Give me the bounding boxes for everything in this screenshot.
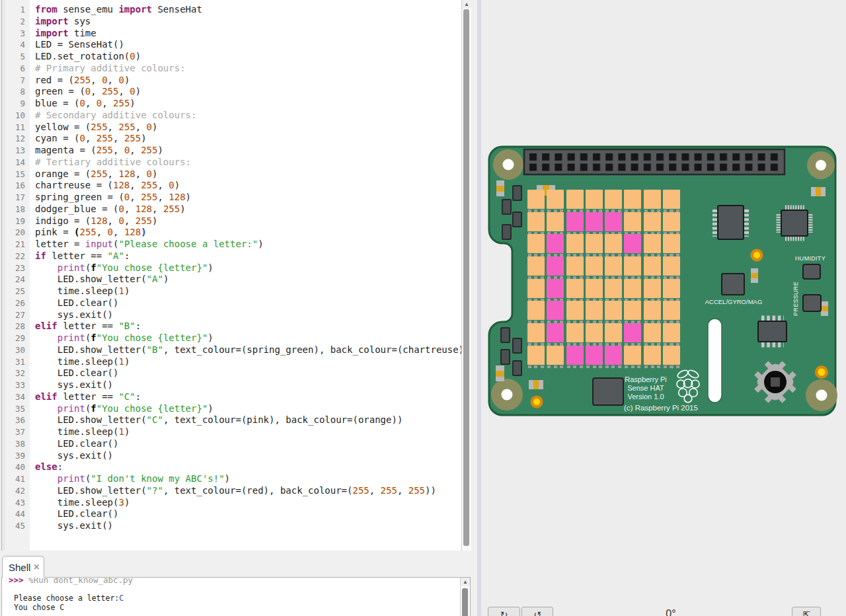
led-pixel-off — [663, 212, 680, 231]
code-line[interactable]: print("I don't know my ABC's!") — [35, 473, 461, 485]
code-line[interactable]: LED.show_letter("?", text_colour=(red), … — [35, 485, 461, 497]
editor-scrollbar[interactable]: ▲ — [461, 0, 471, 551]
line-number: 29 — [5, 332, 25, 344]
led-pixel-off — [566, 234, 584, 253]
code-line[interactable]: # Tertiary additive colours: — [35, 157, 461, 169]
code-line[interactable]: pink = (255, 0, 128) — [35, 227, 461, 239]
led-pixel-off — [624, 256, 641, 276]
code-line[interactable]: letter = input("Please choose a letter:"… — [35, 239, 461, 250]
led-pixel-off — [566, 323, 584, 342]
code-line[interactable]: else: — [35, 461, 461, 473]
code-line[interactable]: spring_green = (0, 255, 128) — [35, 192, 461, 204]
line-number: 7 — [5, 75, 25, 87]
code-text-area[interactable]: from sense_emu import SenseHatimport sys… — [30, 0, 461, 551]
line-number-gutter: 1234567891011121314151617181920212223242… — [5, 0, 30, 551]
code-line[interactable]: LED.clear() — [35, 508, 461, 520]
led-pixel-off — [566, 190, 584, 209]
led-pixel-off — [624, 301, 641, 320]
line-number: 44 — [5, 508, 25, 520]
shell-line — [9, 586, 460, 594]
code-line[interactable]: # Secondary additive colours: — [35, 110, 461, 122]
shell-output[interactable]: >>> %Run dont_know_abc.pyPlease choose a… — [1, 577, 471, 616]
code-line[interactable]: magenta = (255, 0, 255) — [35, 145, 461, 157]
rotate-left-button[interactable]: ↻ — [488, 607, 520, 616]
line-number: 40 — [5, 461, 25, 473]
code-line[interactable]: LED.show_letter("B", text_colour=(spring… — [35, 344, 461, 356]
code-line[interactable]: import sys — [35, 16, 461, 28]
code-line[interactable]: time.sleep(1) — [35, 426, 461, 438]
code-line[interactable]: sys.exit() — [35, 309, 461, 321]
line-number: 15 — [5, 169, 25, 180]
screen-corner-button[interactable]: ⇱ — [792, 607, 821, 616]
scroll-up-icon[interactable]: ▲ — [461, 578, 470, 586]
line-number: 18 — [5, 204, 25, 215]
led-pixel-off — [663, 190, 680, 209]
code-line[interactable]: print(f"You chose {letter}") — [35, 262, 461, 274]
led-pixel-off — [663, 346, 680, 365]
code-line[interactable]: elif letter == "B": — [35, 321, 461, 332]
code-line[interactable]: sys.exit() — [35, 450, 461, 462]
code-line[interactable]: print(f"You chose {letter}") — [35, 403, 461, 415]
close-icon[interactable]: ✕ — [33, 562, 40, 572]
code-line[interactable]: orange = (255, 128, 0) — [35, 169, 461, 180]
code-line[interactable]: green = (0, 255, 0) — [35, 86, 461, 98]
code-line[interactable]: time.sleep(1) — [35, 356, 461, 368]
line-number: 28 — [5, 321, 25, 332]
led-pixel-off — [644, 301, 661, 320]
code-line[interactable]: from sense_emu import SenseHat — [35, 4, 461, 16]
code-line[interactable]: elif letter == "C": — [35, 391, 461, 403]
code-line[interactable]: if letter == "A": — [35, 250, 461, 262]
line-number: 8 — [5, 86, 25, 98]
code-line[interactable]: import time — [35, 28, 461, 40]
code-line[interactable]: time.sleep(1) — [35, 286, 461, 297]
tab-shell[interactable]: Shell ✕ — [2, 556, 44, 578]
led-pixel-off — [663, 301, 680, 320]
code-line[interactable]: LED.show_letter("A") — [35, 274, 461, 286]
led-pixel-on — [547, 323, 564, 342]
code-line[interactable]: indigo = (128, 0, 255) — [35, 215, 461, 227]
splitter-gap — [471, 0, 477, 616]
shell-scrollbar[interactable]: ▲ — [460, 578, 470, 616]
code-line[interactable]: sys.exit() — [35, 520, 461, 532]
led-pixel-off — [624, 190, 641, 209]
code-line[interactable]: LED.clear() — [35, 297, 461, 309]
editor-scrollbar-thumb[interactable] — [463, 9, 469, 546]
code-line[interactable]: red = (255, 0, 0) — [35, 75, 461, 87]
line-number: 32 — [5, 367, 25, 379]
line-number: 4 — [5, 39, 25, 51]
code-editor[interactable]: 1234567891011121314151617181920212223242… — [1, 0, 472, 552]
rotate-right-button[interactable]: ↺ — [521, 607, 553, 616]
code-line[interactable]: # Primary additive colours: — [35, 63, 461, 75]
code-line[interactable]: blue = (0, 0, 255) — [35, 98, 461, 110]
led-pixel-off — [624, 346, 641, 365]
shell-scrollbar-thumb[interactable] — [462, 588, 468, 616]
line-number: 17 — [5, 192, 25, 204]
led-pixel-off — [566, 279, 584, 298]
code-line[interactable]: dodger_blue = (0, 128, 255) — [35, 204, 461, 215]
code-line[interactable]: time.sleep(3) — [35, 497, 461, 509]
shell-text[interactable]: >>> %Run dont_know_abc.pyPlease choose a… — [2, 578, 460, 616]
code-line[interactable]: LED.set_rotation(0) — [35, 51, 461, 63]
code-line[interactable]: cyan = (0, 255, 255) — [35, 133, 461, 145]
led-pixel-off — [566, 301, 584, 320]
led-pixel-on — [547, 279, 564, 298]
qfp-chip — [779, 208, 810, 239]
code-line[interactable]: LED.clear() — [35, 438, 461, 450]
scroll-up-icon[interactable]: ▲ — [462, 0, 471, 9]
code-line[interactable]: sys.exit() — [35, 379, 461, 391]
line-number: 10 — [5, 110, 25, 122]
line-number: 45 — [5, 520, 25, 532]
code-line[interactable]: print(f"You chose {letter}") — [35, 332, 461, 344]
led-pixel-off — [527, 212, 545, 231]
code-line[interactable]: chartreuse = (128, 255, 0) — [35, 180, 461, 192]
soic8-chip — [758, 319, 787, 344]
code-line[interactable]: LED.clear() — [35, 367, 461, 379]
led-pixel-on — [605, 212, 622, 231]
led-pixel-off — [624, 279, 641, 298]
code-line[interactable]: LED.show_letter("C", text_colour=(pink),… — [35, 414, 461, 426]
led-pixel-off — [663, 256, 680, 276]
code-line[interactable]: LED = SenseHat() — [35, 39, 461, 51]
code-line[interactable]: yellow = (255, 255, 0) — [35, 122, 461, 134]
thonny-window: 1234567891011121314151617181920212223242… — [0, 0, 846, 616]
led-pixel-on — [624, 323, 641, 342]
